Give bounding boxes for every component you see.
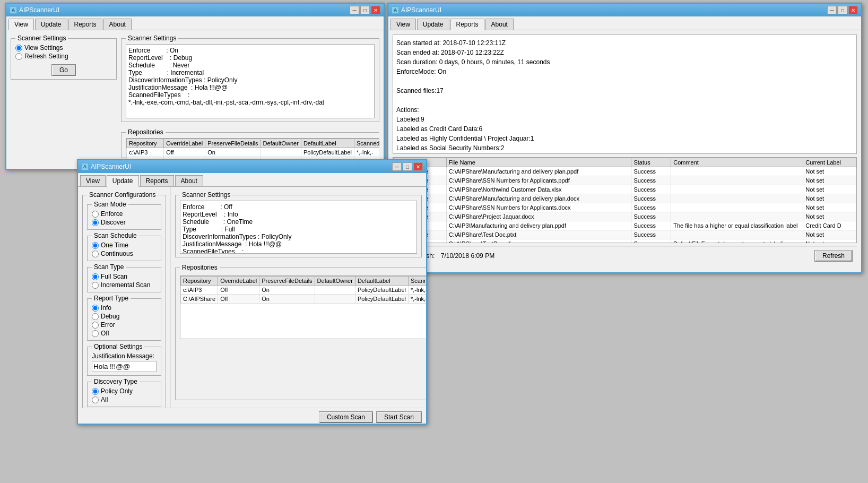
repositories-legend-2: Repositories: [180, 264, 220, 271]
report-type-legend: Report Type: [92, 295, 131, 302]
table-row[interactable]: C:\AIPShareC:\AIPShare\Manufacturing and…: [394, 167, 856, 176]
start-scan-btn[interactable]: Start Scan: [376, 411, 422, 423]
settings-scroll-1[interactable]: Enforce : On ReportLevel : Debug Schedul…: [126, 44, 375, 118]
report-error-text: Error: [101, 321, 115, 329]
col2-overridelabel: OverrideLabel: [218, 277, 259, 286]
window-2: A AIPScannerUI ─ □ ✕ View Update Reports…: [77, 159, 427, 425]
refresh-btn[interactable]: Refresh: [814, 250, 853, 262]
table-row[interactable]: c:\AIP3OffOnPolicyDefaultLabel*,-lnk,-: [127, 148, 380, 157]
discovery-all-radio[interactable]: [92, 396, 99, 403]
discovery-policy-label[interactable]: Policy Only: [92, 387, 157, 395]
tab-update-2[interactable]: Update: [107, 175, 139, 187]
scanner-configs-group: Scanner Configurations Scan Mode Enforce…: [82, 191, 166, 408]
col2-scanned: Scanned: [409, 277, 427, 286]
col-defaultlabel-1: DefaultLabel: [301, 139, 354, 148]
last-refresh-value: 7/10/2018 6:09 PM: [441, 252, 494, 260]
table-row[interactable]: C:\AIPShareC:\AIPShare\Manufacturing and…: [394, 194, 856, 203]
scan-type-full-radio[interactable]: [92, 273, 99, 280]
radio-refresh-setting[interactable]: Refresh Setting: [15, 53, 112, 60]
minimize-btn-2[interactable]: ─: [392, 162, 402, 171]
close-btn-1[interactable]: ✕: [371, 6, 380, 14]
repos-container-2[interactable]: Repository OverrideLabel PreserveFileDet…: [180, 275, 426, 339]
scan-schedule-continuous-radio[interactable]: [92, 251, 99, 257]
tab-about-2[interactable]: About: [175, 175, 203, 186]
settings-scroll-2[interactable]: Enforce : Off ReportLevel : Info Schedul…: [180, 201, 417, 254]
tab-about-1[interactable]: About: [103, 19, 132, 30]
table-row[interactable]: C:\AIPShareC:\AIPShare\SSN Numbers for A…: [394, 176, 856, 185]
minimize-btn-1[interactable]: ─: [350, 6, 359, 14]
scan-mode-discover-text: Discover: [101, 219, 126, 226]
table-row[interactable]: c:\AIP3OffOnPolicyDefaultLabel*,-lnk,-e: [181, 286, 427, 295]
close-btn-3[interactable]: ✕: [848, 6, 858, 14]
report-debug-radio[interactable]: [92, 313, 99, 320]
scanner-settings-legend-2: Scanner Settings: [180, 191, 232, 199]
table-row[interactable]: C:\AIPShareC:\AIPShare\Northwind Custome…: [394, 185, 856, 194]
scan-schedule-onetime-radio[interactable]: [92, 242, 99, 249]
report-info-radio[interactable]: [92, 305, 99, 312]
scan-type-incremental-radio[interactable]: [92, 282, 99, 289]
tab-about-3[interactable]: About: [485, 19, 514, 30]
scan-schedule-onetime-label[interactable]: One Time: [92, 242, 157, 249]
title-bar-3: A AIPScannerUI ─ □ ✕: [388, 4, 861, 16]
scanner-settings-right-2: Scanner Settings Enforce : Off ReportLev…: [175, 191, 422, 257]
tab-reports-3[interactable]: Reports: [450, 19, 484, 30]
report-table: Repository File Name Status Comment Curr…: [393, 158, 856, 243]
maximize-btn-3[interactable]: □: [838, 6, 847, 14]
maximize-btn-2[interactable]: □: [403, 162, 412, 171]
scan-mode-discover-radio[interactable]: [92, 219, 99, 226]
scan-type-full-label[interactable]: Full Scan: [92, 273, 157, 280]
repos-table-container-1[interactable]: Repository OverrideLabel PreserveFileDet…: [126, 138, 379, 161]
tab-update-1[interactable]: Update: [35, 19, 67, 30]
app-icon-3: A: [392, 6, 399, 14]
radio-view-settings-input[interactable]: [15, 45, 22, 51]
report-text-area[interactable]: Scan started at: 2018-07-10 12:23:11Z Sc…: [393, 34, 857, 154]
menu-bar-1: View Update Reports About: [6, 16, 384, 30]
custom-scan-btn[interactable]: Custom Scan: [319, 411, 373, 423]
maximize-btn-1[interactable]: □: [360, 6, 370, 14]
justification-input[interactable]: [92, 361, 157, 372]
report-off-radio[interactable]: [92, 330, 99, 337]
report-debug-label[interactable]: Debug: [92, 313, 157, 320]
close-btn-2[interactable]: ✕: [413, 162, 423, 171]
tab-update-3[interactable]: Update: [417, 19, 449, 30]
report-off-label[interactable]: Off: [92, 330, 157, 337]
scan-mode-enforce-radio[interactable]: [92, 211, 99, 218]
repos-table-2: Repository OverrideLabel PreserveFileDet…: [180, 276, 426, 304]
scan-type-incremental-label[interactable]: Incremental Scan: [92, 281, 157, 289]
table-row[interactable]: c:\AIP3C:\AIP3\Manufacturing and deliver…: [394, 221, 856, 230]
scan-mode-enforce-label[interactable]: Enforce: [92, 210, 157, 218]
report-table-container[interactable]: Repository File Name Status Comment Curr…: [393, 157, 857, 243]
scan-mode-discover-label[interactable]: Discover: [92, 219, 157, 226]
title-bar-1: A AIPScannerUI ─ □ ✕: [6, 4, 384, 16]
col-overridelabel-1: OverrideLabel: [164, 139, 205, 148]
scanner-settings-right-legend: Scanner Settings: [126, 34, 178, 42]
tab-reports-2[interactable]: Reports: [140, 175, 174, 186]
scan-schedule-legend: Scan Schedule: [92, 232, 139, 239]
tab-view-3[interactable]: View: [390, 19, 416, 30]
radio-view-settings[interactable]: View Settings: [15, 44, 112, 51]
tab-view-2[interactable]: View: [80, 175, 106, 186]
report-error-label[interactable]: Error: [92, 321, 157, 329]
minimize-btn-3[interactable]: ─: [827, 6, 837, 14]
col2-repo: Repository: [181, 277, 218, 286]
optional-settings-group: Optional Settings Justification Message:: [87, 343, 161, 376]
table-row[interactable]: C:\AIPShareC:\AIPShare\Test Doc.ptxtSucc…: [394, 230, 856, 239]
discovery-all-label[interactable]: All: [92, 396, 157, 403]
tab-reports-1[interactable]: Reports: [68, 19, 102, 30]
table-row[interactable]: C:\AIPShareC:\AIPShare\Project Jaquar.do…: [394, 212, 856, 221]
table-row[interactable]: C:\AIPShareC:\AIPShare\SSN Numbers for A…: [394, 203, 856, 212]
report-error-radio[interactable]: [92, 322, 99, 329]
repositories-1: Repositories Repository OverrideLabel Pr…: [121, 128, 379, 158]
scan-schedule-continuous-label[interactable]: Continuous: [92, 250, 157, 257]
radio-refresh-setting-input[interactable]: [15, 53, 22, 60]
go-button-1[interactable]: Go: [51, 64, 76, 76]
table-row[interactable]: C:\AIPShareC:\AIPShare\TestDoc.rtfSucces…: [394, 239, 856, 243]
tab-view-1[interactable]: View: [8, 19, 34, 30]
table-row[interactable]: C:\AIPShareOffOnPolicyDefaultLabel*,-lnk…: [181, 295, 427, 304]
scan-type-legend: Scan Type: [92, 263, 126, 271]
discovery-all-text: All: [101, 396, 108, 403]
report-content: Scan started at: 2018-07-10 12:23:11Z Sc…: [396, 38, 853, 154]
report-info-label[interactable]: Info: [92, 304, 157, 312]
scan-mode-group: Scan Mode Enforce Discover: [87, 201, 161, 230]
discovery-policy-radio[interactable]: [92, 388, 99, 395]
